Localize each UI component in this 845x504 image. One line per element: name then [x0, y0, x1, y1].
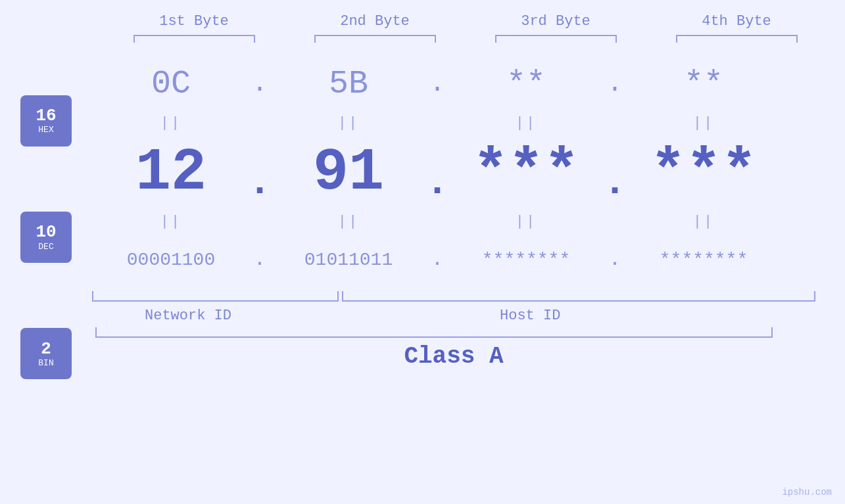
dec-b1-cell: 12 — [92, 139, 250, 206]
eq2-b3-sign: || — [516, 214, 537, 230]
dec-dot2: . — [427, 141, 447, 205]
hex-b3: ** — [506, 65, 546, 103]
values-area: 0C . 5B . ** . ** — [92, 49, 845, 504]
hex-name: HEX — [38, 125, 53, 135]
bottom-bracket-container — [92, 291, 815, 304]
eq2-b3: || — [447, 214, 605, 230]
dec-name: DEC — [38, 242, 53, 252]
dec-badge: 10 DEC — [20, 212, 72, 263]
bin-dot1-char: . — [254, 248, 266, 271]
dec-b2: 91 — [313, 139, 384, 206]
bin-dot2: . — [427, 248, 447, 271]
hex-b1: 0C — [151, 65, 191, 103]
eq1-b2-sign: || — [338, 115, 359, 131]
dec-dot3-char: . — [603, 160, 627, 205]
dec-b2-cell: 91 — [270, 139, 427, 206]
dec-b3-cell: *** — [447, 139, 605, 206]
eq1-b4: || — [625, 115, 783, 131]
bracket-byte1 — [133, 35, 255, 43]
dec-b1: 12 — [135, 139, 206, 206]
eq1-b3: || — [447, 115, 605, 131]
dec-dot1: . — [250, 141, 270, 205]
hex-b4: ** — [684, 65, 723, 103]
main-container: 1st Byte 2nd Byte 3rd Byte 4th Byte 16 H… — [0, 0, 845, 504]
bin-b4-cell: ******** — [625, 250, 783, 270]
eq2-b1-sign: || — [160, 214, 181, 230]
bin-dot3: . — [605, 248, 625, 271]
eq1-b4-sign: || — [693, 115, 714, 131]
network-id-bracket — [92, 291, 339, 302]
hex-b2: 5B — [329, 65, 368, 103]
hex-dot2: . — [427, 69, 447, 99]
dec-dot2-char: . — [425, 160, 449, 205]
bin-b3-cell: ******** — [447, 250, 605, 270]
base-labels-column: 16 HEX 10 DEC 2 BIN — [0, 49, 92, 504]
dec-b4-cell: *** — [625, 139, 783, 206]
byte1-header: 1st Byte — [115, 13, 273, 30]
bin-b3: ******** — [482, 250, 570, 270]
bin-dot3-char: . — [609, 248, 621, 271]
eq2-b2: || — [270, 214, 427, 230]
eq2-b2-sign: || — [338, 214, 359, 230]
dec-b4: *** — [650, 139, 757, 206]
equals-row-2: || || || || — [92, 210, 815, 233]
main-content-area: 16 HEX 10 DEC 2 BIN 0C . — [0, 49, 845, 504]
eq1-b3-sign: || — [516, 115, 537, 131]
byte-headers-row: 1st Byte 2nd Byte 3rd Byte 4th Byte — [104, 13, 827, 30]
class-label: Class A — [92, 338, 815, 377]
bin-dot2-char: . — [431, 248, 443, 271]
bin-b2-cell: 01011011 — [270, 250, 427, 270]
id-labels-row: Network ID Host ID — [92, 304, 815, 327]
hex-dot1: . — [250, 69, 270, 99]
host-id-bracket — [342, 291, 815, 302]
dec-row: 12 . 91 . *** . *** — [92, 135, 815, 210]
host-id-label: Host ID — [500, 308, 560, 324]
byte3-header: 3rd Byte — [477, 13, 635, 30]
equals-row-1: || || || || — [92, 112, 815, 135]
bracket-byte3 — [495, 35, 617, 43]
bin-b2: 01011011 — [304, 250, 393, 270]
bin-name: BIN — [38, 358, 53, 368]
hex-b2-cell: 5B — [270, 65, 427, 103]
bin-b1: 00001100 — [127, 250, 215, 270]
bracket-byte2 — [314, 35, 436, 43]
bin-b1-cell: 00001100 — [92, 250, 250, 270]
eq1-b2: || — [270, 115, 427, 131]
dec-dot3: . — [605, 141, 625, 205]
class-bracket — [95, 327, 773, 338]
hex-row: 0C . 5B . ** . ** — [92, 56, 815, 112]
hex-dot3: . — [605, 69, 625, 99]
watermark: ipshu.com — [782, 487, 832, 497]
hex-b4-cell: ** — [625, 65, 783, 103]
bin-badge: 2 BIN — [20, 328, 72, 379]
bin-dot1: . — [250, 248, 270, 271]
eq1-b1: || — [92, 115, 250, 131]
hex-b1-cell: 0C — [92, 65, 250, 103]
eq1-b1-sign: || — [160, 115, 181, 131]
hex-dot1-char: . — [252, 69, 268, 99]
bin-row: 00001100 . 01011011 . ******** . — [92, 233, 815, 286]
dec-b3: *** — [473, 139, 579, 206]
dec-dot1-char: . — [248, 160, 272, 205]
eq2-b4-sign: || — [693, 214, 714, 230]
network-id-label: Network ID — [145, 308, 231, 324]
hex-badge: 16 HEX — [20, 95, 72, 147]
dec-number: 10 — [36, 223, 56, 242]
hex-number: 16 — [36, 106, 56, 126]
eq2-b1: || — [92, 214, 250, 230]
top-brackets — [104, 35, 827, 43]
bin-number: 2 — [41, 340, 51, 359]
eq2-b4: || — [625, 214, 783, 230]
hex-dot2-char: . — [429, 69, 445, 99]
byte2-header: 2nd Byte — [296, 13, 454, 30]
bin-b4: ******** — [660, 250, 748, 270]
hex-dot3-char: . — [607, 69, 623, 99]
byte4-header: 4th Byte — [658, 13, 815, 30]
hex-b3-cell: ** — [447, 65, 605, 103]
bracket-byte4 — [676, 35, 798, 43]
